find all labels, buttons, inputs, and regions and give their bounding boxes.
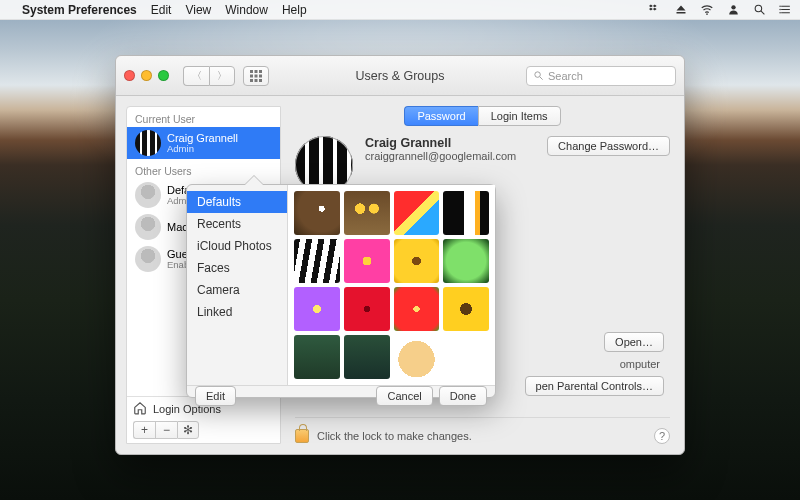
- nav-forward-button[interactable]: 〉: [209, 66, 235, 86]
- app-menu[interactable]: System Preferences: [22, 3, 137, 17]
- source-linked[interactable]: Linked: [187, 301, 287, 323]
- lock-icon[interactable]: [295, 429, 309, 443]
- show-all-button[interactable]: [243, 66, 269, 86]
- menu-edit[interactable]: Edit: [151, 3, 172, 17]
- avatar-icon: [135, 214, 161, 240]
- change-password-button[interactable]: Change Password…: [547, 136, 670, 156]
- remove-user-button[interactable]: −: [155, 421, 177, 439]
- svg-rect-12: [259, 74, 262, 77]
- avatar-icon: [135, 182, 161, 208]
- svg-point-0: [706, 13, 708, 15]
- avatar-tile-yellow-flower[interactable]: [394, 239, 440, 283]
- svg-rect-15: [259, 79, 262, 82]
- svg-point-16: [535, 72, 541, 78]
- avatar-tile-chalk-math[interactable]: [344, 335, 390, 379]
- profile-name: Craig Grannell: [365, 136, 516, 150]
- open-button[interactable]: Open…: [604, 332, 664, 352]
- avatar-tile-blank[interactable]: [443, 335, 489, 379]
- avatar-tile-owl[interactable]: [344, 191, 390, 235]
- sidebar-user-current[interactable]: Craig Grannell Admin: [127, 127, 280, 159]
- tab-password[interactable]: Password: [404, 106, 477, 126]
- avatar-tile-penguin[interactable]: [443, 191, 489, 235]
- preferences-window: 〈 〉 Users & Groups Search Current User C…: [115, 55, 685, 455]
- source-defaults[interactable]: Defaults: [187, 191, 287, 213]
- notification-center-icon[interactable]: [778, 3, 792, 17]
- dropbox-icon[interactable]: [648, 3, 662, 17]
- menu-window[interactable]: Window: [225, 3, 268, 17]
- cancel-button[interactable]: Cancel: [376, 386, 432, 406]
- eject-icon[interactable]: [674, 3, 688, 17]
- search-field[interactable]: Search: [526, 66, 676, 86]
- done-button[interactable]: Done: [439, 386, 487, 406]
- svg-rect-10: [250, 74, 253, 77]
- avatar-tile-pink-flower[interactable]: [344, 239, 390, 283]
- window-minimize-button[interactable]: [141, 70, 152, 81]
- sidebar-user-name: Craig Grannell: [167, 132, 238, 144]
- svg-line-17: [540, 77, 543, 80]
- menu-help[interactable]: Help: [282, 3, 307, 17]
- svg-point-5: [779, 9, 780, 10]
- svg-point-2: [755, 5, 762, 12]
- tab-bar: Password Login Items: [295, 106, 670, 126]
- svg-point-6: [779, 12, 780, 13]
- window-close-button[interactable]: [124, 70, 135, 81]
- avatar-tile-purple-flower[interactable]: [294, 287, 340, 331]
- avatar-tile-sunflower[interactable]: [443, 287, 489, 331]
- avatar-tile-red-rose[interactable]: [344, 287, 390, 331]
- avatar-tile-red-dahlia[interactable]: [394, 287, 440, 331]
- avatar-tile-parrot[interactable]: [394, 191, 440, 235]
- svg-point-4: [779, 6, 780, 7]
- svg-rect-14: [255, 79, 258, 82]
- svg-rect-8: [255, 70, 258, 73]
- avatar-tile-zebra[interactable]: [294, 239, 340, 283]
- sidebar-actions-button[interactable]: ✻: [177, 421, 199, 439]
- profile-email: craiggrannell@googlemail.com: [365, 150, 516, 162]
- computer-label-fragment: omputer: [620, 358, 664, 370]
- svg-rect-13: [250, 79, 253, 82]
- avatar-tile-fortune-cookie[interactable]: [394, 335, 440, 379]
- spotlight-icon[interactable]: [752, 3, 766, 17]
- avatar-icon: [135, 130, 161, 156]
- window-zoom-button[interactable]: [158, 70, 169, 81]
- add-user-button[interactable]: +: [133, 421, 155, 439]
- window-titlebar: 〈 〉 Users & Groups Search: [116, 56, 684, 96]
- lock-hint: Click the lock to make changes.: [317, 430, 472, 442]
- avatar-icon: [135, 246, 161, 272]
- avatar-grid: [287, 185, 495, 385]
- nav-back-button[interactable]: 〈: [183, 66, 209, 86]
- source-camera[interactable]: Camera: [187, 279, 287, 301]
- source-icloud[interactable]: iCloud Photos: [187, 235, 287, 257]
- avatar-picker-popover: Defaults Recents iCloud Photos Faces Cam…: [186, 184, 496, 398]
- svg-rect-11: [255, 74, 258, 77]
- search-placeholder: Search: [548, 70, 583, 82]
- open-parental-controls-button[interactable]: pen Parental Controls…: [525, 376, 664, 396]
- menu-view[interactable]: View: [185, 3, 211, 17]
- avatar-tile-leaf[interactable]: [443, 239, 489, 283]
- sidebar-user-role: Admin: [167, 144, 238, 154]
- help-button[interactable]: ?: [654, 428, 670, 444]
- avatar-tile-eagle[interactable]: [294, 191, 340, 235]
- tab-login-items[interactable]: Login Items: [478, 106, 561, 126]
- svg-point-1: [731, 5, 735, 9]
- sidebar-group-current: Current User: [127, 107, 280, 127]
- menu-bar: System Preferences Edit View Window Help: [0, 0, 800, 20]
- home-icon: [133, 401, 147, 417]
- edit-avatar-button[interactable]: Edit: [195, 386, 236, 406]
- svg-rect-7: [250, 70, 253, 73]
- svg-rect-9: [259, 70, 262, 73]
- wifi-icon[interactable]: [700, 3, 714, 17]
- user-icon[interactable]: [726, 3, 740, 17]
- source-faces[interactable]: Faces: [187, 257, 287, 279]
- svg-line-3: [761, 11, 764, 14]
- source-recents[interactable]: Recents: [187, 213, 287, 235]
- avatar-source-list: Defaults Recents iCloud Photos Faces Cam…: [187, 185, 287, 385]
- avatar-tile-chalkboard[interactable]: [294, 335, 340, 379]
